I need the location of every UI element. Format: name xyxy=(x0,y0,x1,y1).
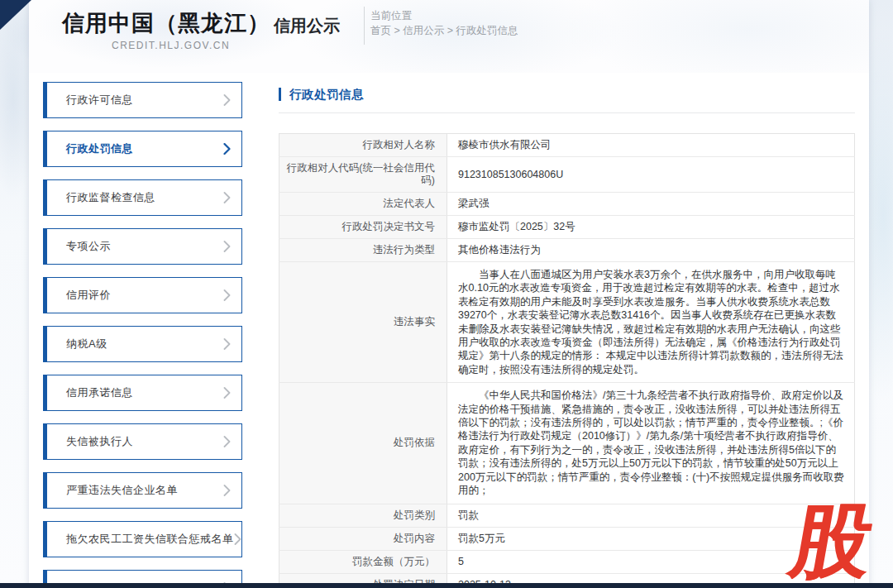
table-row-party-name: 行政相对人名称 穆棱市供水有限公司 xyxy=(279,134,855,157)
row-value: 91231085130604806U xyxy=(447,157,855,193)
section-title: 信用公示 xyxy=(274,15,340,37)
chevron-right-icon xyxy=(234,533,241,545)
header: 信用中国（黑龙江） CREDIT.HLJ.GOV.CN 信用公示 当前位置 首页… xyxy=(29,0,869,73)
sidebar-item-label: 信用承诺信息 xyxy=(66,385,133,400)
row-value: 罚款 xyxy=(447,504,855,527)
row-label: 罚款金额（万元） xyxy=(279,550,447,573)
row-value: 当事人在八面通城区为用户安装水表3万余个，在供水服务中，向用户收取每吨水0.10… xyxy=(447,262,855,383)
table-row-penalty-basis: 处罚依据 《中华人民共和国价格法》/第三十九条经营者不执行政府指导价、政府定价以… xyxy=(279,383,855,504)
row-value: 穆棱市供水有限公司 xyxy=(447,134,855,157)
row-value: 梁武强 xyxy=(447,193,855,216)
sidebar-item-label: 行政处罚信息 xyxy=(66,141,133,156)
table-row-violation-facts: 违法事实 当事人在八面通城区为用户安装水表3万余个，在供水服务中，向用户收取每吨… xyxy=(279,262,855,383)
title-divider xyxy=(279,112,855,113)
sidebar-item-supervision-inspection[interactable]: 行政监督检查信息 xyxy=(43,179,242,216)
row-label: 处罚内容 xyxy=(279,527,447,550)
chevron-right-icon xyxy=(223,338,231,350)
row-label: 行政相对人代码(统一社会信用代码) xyxy=(279,157,447,193)
sidebar-item-dishonest-executee[interactable]: 失信被执行人 xyxy=(43,423,242,460)
table-row-legal-representative: 法定代表人 梁武强 xyxy=(279,193,855,216)
page-title-row: 行政处罚信息 xyxy=(279,87,857,102)
table-row-decision-doc-number: 行政处罚决定书文号 穆市监处罚〔2025〕32号 xyxy=(279,216,855,239)
footer-bar xyxy=(0,583,893,588)
sidebar-item-label: 信用评价 xyxy=(66,288,111,303)
row-label: 处罚依据 xyxy=(279,383,447,504)
chevron-right-icon xyxy=(223,143,231,155)
site-title: 信用中国（黑龙江） xyxy=(62,8,270,38)
chevron-right-icon xyxy=(223,289,231,301)
sidebar-item-label: 拖欠农民工工资失信联合惩戒名单 xyxy=(66,532,234,547)
sidebar-item-credit-commitment[interactable]: 信用承诺信息 xyxy=(43,375,242,411)
title-accent-bar xyxy=(279,88,281,101)
sidebar-item-label: 专项公示 xyxy=(66,239,111,254)
row-value: 《中华人民共和国价格法》/第三十九条经营者不执行政府指导价、政府定价以及法定的价… xyxy=(447,383,855,504)
chevron-right-icon xyxy=(223,485,231,496)
row-label: 处罚类别 xyxy=(279,504,447,527)
page: 信用中国（黑龙江） CREDIT.HLJ.GOV.CN 信用公示 当前位置 首页… xyxy=(0,0,893,588)
sidebar-item-credit-evaluation[interactable]: 信用评价 xyxy=(43,277,242,313)
row-label: 行政处罚决定书文号 xyxy=(279,216,447,239)
table-row-credit-code: 行政相对人代码(统一社会信用代码) 91231085130604806U xyxy=(279,157,855,193)
breadcrumb-label: 当前位置 xyxy=(370,8,518,23)
row-value: 穆市监处罚〔2025〕32号 xyxy=(447,216,855,239)
row-value: 其他价格违法行为 xyxy=(447,239,855,262)
chevron-right-icon xyxy=(223,436,231,447)
sidebar-item-label: 纳税A级 xyxy=(66,337,107,351)
sidebar-item-special-publicity[interactable]: 专项公示 xyxy=(43,228,242,265)
breadcrumb: 当前位置 首页 > 信用公示 > 行政处罚信息 xyxy=(370,8,518,38)
sidebar: 行政许可信息 行政处罚信息 行政监督检查信息 专项公示 信用评价 纳税A级 xyxy=(43,82,242,588)
sidebar-item-administrative-licensing[interactable]: 行政许可信息 xyxy=(43,82,242,118)
corner-decoration xyxy=(0,0,31,30)
main-container: 信用中国（黑龙江） CREDIT.HLJ.GOV.CN 信用公示 当前位置 首页… xyxy=(29,0,869,588)
chevron-right-icon xyxy=(223,192,231,203)
breadcrumb-path[interactable]: 首页 > 信用公示 > 行政处罚信息 xyxy=(370,23,518,38)
chevron-right-icon xyxy=(223,94,231,106)
table-row-penalty-category: 处罚类别 罚款 xyxy=(279,504,855,527)
sidebar-item-label: 行政许可信息 xyxy=(66,93,133,108)
penalty-info-table: 行政相对人名称 穆棱市供水有限公司 行政相对人代码(统一社会信用代码) 9123… xyxy=(279,133,855,588)
row-label: 违法行为类型 xyxy=(279,239,447,262)
row-value: 罚款5万元 xyxy=(447,527,855,550)
sidebar-item-administrative-penalty[interactable]: 行政处罚信息 xyxy=(43,131,242,167)
sidebar-item-migrant-wage-arrears-list[interactable]: 拖欠农民工工资失信联合惩戒名单 xyxy=(43,521,242,557)
row-value: 5 xyxy=(447,550,855,573)
table-row-penalty-content: 处罚内容 罚款5万元 xyxy=(279,527,855,550)
sidebar-item-serious-illegal-dishonest-list[interactable]: 严重违法失信企业名单 xyxy=(43,472,242,509)
table-row-fine-amount: 罚款金额（万元） 5 xyxy=(279,550,855,573)
sidebar-item-label: 行政监督检查信息 xyxy=(66,190,155,205)
sidebar-item-tax-grade-a[interactable]: 纳税A级 xyxy=(43,326,242,362)
row-label: 违法事实 xyxy=(279,262,447,383)
site-domain: CREDIT.HLJ.GOV.CN xyxy=(112,40,230,51)
row-label: 法定代表人 xyxy=(279,193,447,216)
content-area: 行政处罚信息 行政相对人名称 穆棱市供水有限公司 行政相对人代码(统一社会信用代… xyxy=(279,87,857,588)
sidebar-item-label: 严重违法失信企业名单 xyxy=(66,483,178,498)
row-label: 行政相对人名称 xyxy=(279,134,447,157)
table-row-violation-type: 违法行为类型 其他价格违法行为 xyxy=(279,239,855,262)
chevron-right-icon xyxy=(223,387,231,399)
page-title: 行政处罚信息 xyxy=(289,87,364,103)
breadcrumb-divider xyxy=(364,7,365,45)
chevron-right-icon xyxy=(223,241,231,252)
sidebar-item-label: 失信被执行人 xyxy=(66,434,133,449)
